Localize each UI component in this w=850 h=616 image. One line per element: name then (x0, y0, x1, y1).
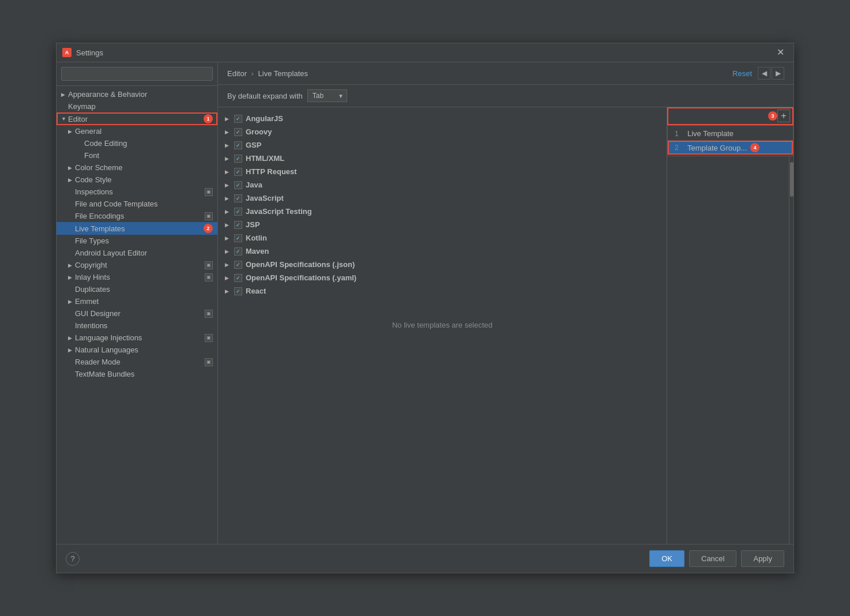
template-checkbox[interactable]: ✓ (234, 155, 242, 163)
sidebar-item-duplicates[interactable]: Duplicates (57, 283, 217, 295)
template-group-html-xml[interactable]: ▶ ✓ HTML/XML (218, 152, 667, 165)
template-checkbox[interactable]: ✓ (234, 115, 242, 123)
template-group-openapi-json[interactable]: ▶ ✓ OpenAPI Specifications (.json) (218, 258, 667, 271)
expand-arrow-icon: ▶ (225, 116, 232, 122)
arrow-spacer (61, 104, 68, 110)
sidebar-item-natural-languages[interactable]: ▶ Natural Languages (57, 344, 217, 356)
template-group-name: OpenAPI Specifications (.yaml) (246, 273, 356, 282)
template-group-angularjs[interactable]: ▶ ✓ AngularJS (218, 112, 667, 125)
expand-arrow-icon: ▶ (225, 169, 232, 175)
sidebar-item-label: Appearance & Behavior (68, 90, 213, 99)
sidebar-item-keymap[interactable]: Keymap (57, 100, 217, 112)
forward-button[interactable]: ▶ (772, 67, 784, 80)
sidebar-item-file-encodings[interactable]: File Encodings ▣ (57, 210, 217, 222)
back-button[interactable]: ◀ (758, 67, 770, 80)
template-checkbox[interactable]: ✓ (234, 181, 242, 189)
template-group-javascript[interactable]: ▶ ✓ JavaScript (218, 191, 667, 205)
template-checkbox[interactable]: ✓ (234, 128, 242, 136)
template-group-name: React (246, 287, 266, 295)
sidebar-item-label: Android Layout Editor (75, 249, 213, 257)
template-checkbox[interactable]: ✓ (234, 141, 242, 149)
template-group-react[interactable]: ▶ ✓ React (218, 284, 667, 298)
template-group-name: OpenAPI Specifications (.json) (246, 260, 355, 269)
sidebar-item-live-templates[interactable]: Live Templates 2 (57, 222, 217, 235)
template-group-groovy[interactable]: ▶ ✓ Groovy (218, 125, 667, 138)
close-button[interactable]: ✕ (773, 47, 788, 58)
sidebar-item-inlay-hints[interactable]: ▶ Inlay Hints ▣ (57, 271, 217, 283)
sidebar-item-gui-designer[interactable]: GUI Designer ▣ (57, 307, 217, 320)
template-group-name: JavaScript Testing (246, 207, 312, 216)
reset-button[interactable]: Reset (732, 69, 752, 78)
template-group-maven[interactable]: ▶ ✓ Maven (218, 245, 667, 258)
arrow-spacer (68, 287, 75, 292)
breadcrumb-parent: Editor (227, 69, 247, 78)
template-group-name: GSP (246, 141, 261, 149)
sidebar-item-color-scheme[interactable]: ▶ Color Scheme (57, 161, 217, 174)
sidebar-item-android-layout-editor[interactable]: Android Layout Editor (57, 247, 217, 259)
config-icon: ▣ (205, 261, 213, 269)
expand-arrow-icon: ▶ (225, 275, 232, 281)
sidebar-item-appearance[interactable]: ▶ Appearance & Behavior (57, 88, 217, 100)
template-group-java[interactable]: ▶ ✓ Java (218, 178, 667, 191)
template-checkbox[interactable]: ✓ (234, 194, 242, 202)
scrollbar-thumb[interactable] (790, 162, 793, 197)
cancel-button[interactable]: Cancel (689, 550, 736, 567)
dropdown-item-live-template[interactable]: 1 Live Template (668, 127, 793, 141)
ok-button[interactable]: OK (649, 550, 684, 567)
template-group-kotlin[interactable]: ▶ ✓ Kotlin (218, 231, 667, 245)
toolbar-row: By default expand with Tab Enter Space ▼ (218, 85, 793, 107)
expand-arrow-icon: ▶ (225, 129, 232, 135)
sidebar-item-textmate-bundles[interactable]: TextMate Bundles (57, 368, 217, 380)
dropdown-item-template-group[interactable]: 2 Template Group... 4 (668, 141, 793, 155)
sidebar-item-copyright[interactable]: ▶ Copyright ▣ (57, 259, 217, 271)
template-group-gsp[interactable]: ▶ ✓ GSP (218, 138, 667, 152)
sidebar-item-label: Duplicates (75, 285, 213, 294)
sidebar-item-font[interactable]: Font (57, 149, 217, 161)
template-group-name: Groovy (246, 127, 272, 136)
help-button[interactable]: ? (66, 552, 80, 566)
badge-2: 2 (204, 224, 213, 233)
main-content: Editor › Live Templates Reset ◀ ▶ By def… (218, 62, 793, 544)
template-group-http-request[interactable]: ▶ ✓ HTTP Request (218, 165, 667, 178)
template-checkbox[interactable]: ✓ (234, 221, 242, 229)
sidebar-item-intentions[interactable]: Intentions (57, 320, 217, 332)
sidebar-item-language-injections[interactable]: ▶ Language Injections ▣ (57, 332, 217, 344)
item-label: Template Group... (687, 144, 747, 152)
template-checkbox[interactable]: ✓ (234, 287, 242, 295)
template-group-name: JavaScript (246, 194, 284, 202)
sidebar-item-code-editing[interactable]: Code Editing (57, 137, 217, 149)
add-button[interactable]: + (777, 110, 790, 122)
arrow-spacer (77, 153, 84, 159)
template-checkbox[interactable]: ✓ (234, 247, 242, 256)
sidebar-item-reader-mode[interactable]: Reader Mode ▣ (57, 356, 217, 368)
config-icon: ▣ (205, 334, 213, 342)
expand-arrow-icon: ▶ (225, 288, 232, 294)
sidebar-item-emmet[interactable]: ▶ Emmet (57, 295, 217, 307)
template-checkbox[interactable]: ✓ (234, 208, 242, 216)
sidebar-item-editor[interactable]: ▼ Editor 1 (57, 112, 217, 125)
sidebar-item-file-code-templates[interactable]: File and Code Templates (57, 198, 217, 210)
template-checkbox[interactable]: ✓ (234, 168, 242, 176)
sidebar-item-file-types[interactable]: File Types (57, 235, 217, 247)
expand-arrow-icon: ▶ (225, 262, 232, 268)
sidebar-item-code-style[interactable]: ▶ Code Style (57, 174, 217, 186)
config-icon: ▣ (205, 188, 213, 196)
template-checkbox[interactable]: ✓ (234, 234, 242, 242)
template-group-openapi-yaml[interactable]: ▶ ✓ OpenAPI Specifications (.yaml) (218, 271, 667, 284)
search-input[interactable] (61, 67, 213, 81)
badge-1: 1 (204, 114, 213, 123)
template-checkbox[interactable]: ✓ (234, 261, 242, 269)
sidebar-tree: ▶ Appearance & Behavior Keymap ▼ Editor … (57, 86, 217, 544)
template-checkbox[interactable]: ✓ (234, 274, 242, 282)
sidebar-item-inspections[interactable]: Inspections ▣ (57, 186, 217, 198)
expand-select[interactable]: Tab Enter Space (307, 89, 347, 102)
sidebar-item-general[interactable]: ▶ General (57, 125, 217, 137)
template-group-jsp[interactable]: ▶ ✓ JSP (218, 218, 667, 231)
expand-arrow-icon: ▶ (225, 235, 232, 241)
sidebar-item-label: Inlay Hints (75, 273, 202, 281)
no-templates-message: No live templates are selected (218, 298, 667, 352)
apply-button[interactable]: Apply (741, 550, 784, 567)
arrow-icon: ▶ (68, 165, 75, 171)
arrow-icon: ▶ (68, 299, 75, 305)
template-group-javascript-testing[interactable]: ▶ ✓ JavaScript Testing (218, 205, 667, 218)
